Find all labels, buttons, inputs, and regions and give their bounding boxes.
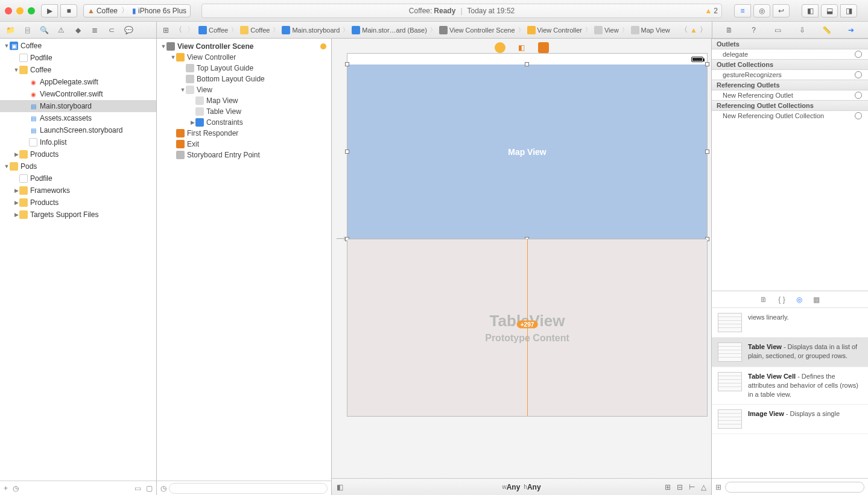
related-items-icon[interactable]: ⊞ [159, 24, 173, 36]
issue-navigator-icon[interactable]: ⚠ [54, 24, 68, 36]
breakpoint-navigator-icon[interactable]: ⊂ [105, 24, 118, 36]
connections-inspector-icon[interactable]: ➔ [844, 24, 858, 36]
add-icon[interactable]: + [4, 484, 8, 493]
bc-prev-button[interactable]: 〈 [678, 25, 690, 35]
exit-dock-icon[interactable] [538, 42, 549, 53]
disclosure-icon[interactable]: ▶ [13, 151, 19, 157]
outline-row[interactable]: ▼View Controller Scene [157, 41, 331, 52]
navigator-row[interactable]: ▶Products [0, 148, 156, 160]
outline-row[interactable]: Top Layout Guide [157, 63, 331, 74]
navigator-row[interactable]: ▼▣Coffee [0, 40, 156, 52]
breadcrumb-item[interactable]: Main.stor…ard (Base) [350, 26, 429, 34]
disclosure-icon[interactable]: ▶ [189, 119, 195, 125]
library-grid-icon[interactable]: ⊞ [715, 483, 721, 491]
outlet-connector-icon[interactable] [855, 71, 862, 78]
debug-navigator-icon[interactable]: ≣ [88, 24, 101, 36]
file-template-lib-icon[interactable]: 🗎 [760, 295, 767, 304]
search-navigator-icon[interactable]: 🔍 [37, 24, 51, 36]
quickhelp-inspector-icon[interactable]: ? [747, 24, 760, 36]
outline-row[interactable]: Exit [157, 139, 331, 150]
outline-filter-icon[interactable]: ◷ [160, 484, 166, 493]
file-inspector-icon[interactable]: 🗎 [723, 24, 736, 36]
test-navigator-icon[interactable]: ◆ [71, 24, 84, 36]
library-item[interactable]: Table View - Displays data in a list of … [712, 338, 868, 367]
breadcrumb-item[interactable]: View Controller Scene [437, 26, 517, 34]
outline-row[interactable]: First Responder [157, 128, 331, 139]
navigator-row[interactable]: Info.plist [0, 136, 156, 148]
navigator-row[interactable]: ▶Targets Support Files [0, 209, 156, 221]
outline-row[interactable]: ▶Constraints [157, 117, 331, 128]
library-search-input[interactable] [725, 482, 864, 493]
toggle-utilities-button[interactable]: ◨ [840, 4, 857, 17]
disclosure-icon[interactable]: ▼ [170, 54, 176, 60]
navigator-row[interactable]: ▶Frameworks [0, 184, 156, 197]
navigator-row[interactable]: ▶Products [0, 197, 156, 209]
version-editor-button[interactable]: ↩ [773, 4, 790, 17]
navigator-row[interactable]: ▤LaunchScreen.storyboard [0, 124, 156, 136]
symbol-navigator-icon[interactable]: ⌸ [21, 24, 34, 36]
minimize-window-icon[interactable] [16, 7, 24, 14]
object-library-icon[interactable]: ◎ [796, 295, 802, 304]
sizeclass-w[interactable]: Any [507, 483, 521, 491]
resolve-issues-icon[interactable]: △ [701, 483, 706, 491]
bc-next-button[interactable]: 〉 [697, 25, 709, 35]
disclosure-icon[interactable]: ▼ [13, 67, 19, 73]
stack-icon[interactable]: ⊞ [665, 483, 671, 491]
new-ref-outlet-row[interactable]: New Referencing Outlet [712, 90, 868, 100]
code-snippet-lib-icon[interactable]: { } [778, 295, 785, 304]
standard-editor-button[interactable]: ≡ [734, 4, 751, 17]
align-icon[interactable]: ⊟ [677, 483, 683, 491]
size-inspector-icon[interactable]: 📏 [820, 24, 833, 36]
run-button[interactable]: ▶ [41, 4, 58, 17]
navigator-row[interactable]: ◉AppDelegate.swift [0, 76, 156, 88]
navigator-row[interactable]: ◉ViewController.swift [0, 88, 156, 100]
disclosure-icon[interactable]: ▼ [4, 43, 10, 49]
library-item[interactable]: Table View Cell - Defines the attributes… [712, 367, 868, 405]
nav-forward-button[interactable]: 〉 [185, 25, 197, 35]
outlet-gesture-row[interactable]: gestureRecognizers [712, 70, 868, 80]
outline-row[interactable]: Table View [157, 106, 331, 117]
breadcrumb-item[interactable]: Coffee [197, 26, 230, 34]
sizeclass-h[interactable]: Any [527, 483, 541, 491]
breadcrumb-item[interactable]: Coffee [238, 26, 271, 34]
outline-toggle-icon[interactable]: ◧ [337, 483, 343, 491]
navigator-row[interactable]: ▼Pods [0, 160, 156, 172]
project-navigator-icon[interactable]: 📁 [4, 24, 17, 36]
device-frame[interactable]: Map View +297 TableView Prototype Conten… [347, 53, 708, 417]
outlet-connector-icon[interactable] [855, 51, 862, 58]
disclosure-icon[interactable]: ▼ [160, 43, 166, 49]
navigator-row[interactable]: Podfile [0, 172, 156, 184]
attributes-inspector-icon[interactable]: ⇩ [796, 24, 809, 36]
scheme-selector[interactable]: ▲ Coffee 〉 ▮ iPhone 6s Plus [83, 4, 191, 17]
storyboard-canvas[interactable]: ◧ → Map View +297 TableView [332, 39, 712, 495]
map-view[interactable]: Map View [347, 65, 707, 239]
disclosure-icon[interactable]: ▼ [4, 163, 10, 169]
breadcrumb-item[interactable]: View Controller [525, 26, 584, 34]
outline-row[interactable]: Map View [157, 95, 331, 106]
outline-row[interactable]: ▼View [157, 84, 331, 95]
object-library[interactable]: views linearly.Table View - Displays dat… [712, 307, 868, 478]
outline-row[interactable]: Bottom Layout Guide [157, 74, 331, 84]
outlet-connector-icon[interactable] [855, 92, 862, 99]
pin-icon[interactable]: ⊢ [689, 483, 695, 491]
media-library-icon[interactable]: ▦ [813, 295, 820, 304]
filter-square-icon[interactable]: ▢ [146, 484, 153, 493]
zoom-window-icon[interactable] [28, 7, 35, 14]
stop-button[interactable]: ■ [60, 4, 77, 17]
navigator-row[interactable]: Podfile [0, 52, 156, 64]
breadcrumb-item[interactable]: View [592, 26, 621, 34]
nav-back-button[interactable]: 〈 [173, 25, 185, 35]
library-item[interactable]: views linearly. [712, 308, 868, 338]
navigator-row[interactable]: ▼Coffee [0, 64, 156, 76]
toggle-navigator-button[interactable]: ◧ [802, 4, 819, 17]
bc-warning-icon[interactable]: ▲ [690, 26, 697, 34]
disclosure-icon[interactable]: ▶ [13, 212, 19, 218]
assistant-editor-button[interactable]: ◎ [753, 4, 770, 17]
filter-recent-icon[interactable]: ◷ [13, 484, 19, 493]
breadcrumb-item[interactable]: Main.storyboard [280, 26, 341, 34]
navigator-row[interactable]: ▤Main.storyboard [0, 100, 156, 112]
filter-scm-icon[interactable]: ▭ [135, 484, 141, 493]
outlet-connector-icon[interactable] [855, 112, 862, 119]
identity-inspector-icon[interactable]: ▭ [771, 24, 785, 36]
disclosure-icon[interactable]: ▼ [180, 87, 186, 93]
